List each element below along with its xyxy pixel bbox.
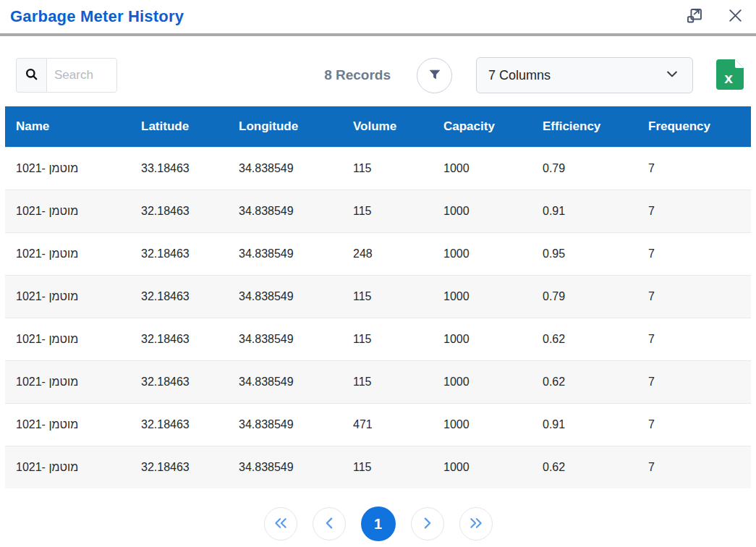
cell-efficiency: 0.95 (532, 232, 637, 275)
table-row[interactable]: 1021- מוטמן32.1846334.83854911510000.627 (5, 360, 751, 403)
filter-button[interactable] (417, 58, 452, 93)
cell-latitude: 32.18463 (130, 275, 228, 318)
excel-export-button[interactable]: x (715, 59, 744, 92)
table-row[interactable]: 1021- מוטמן32.1846334.83854947110000.917 (5, 403, 751, 446)
prev-page-button[interactable] (313, 507, 346, 540)
cell-capacity: 1000 (433, 275, 532, 318)
search-icon (25, 67, 38, 84)
page-title: Garbage Meter History (10, 7, 184, 26)
table-row[interactable]: 1021- מוטמן32.1846334.83854911510000.627 (5, 318, 751, 360)
cell-name: 1021- מוטמן (5, 147, 130, 190)
cell-capacity: 1000 (433, 318, 532, 360)
cell-volume: 115 (342, 446, 433, 488)
table-row[interactable]: 1021- מוטמן32.1846334.83854911510000.627 (5, 446, 751, 488)
table-row[interactable]: 1021- מוטמן32.1846334.83854911510000.797 (5, 275, 751, 318)
cell-efficiency: 0.91 (532, 403, 637, 446)
table-row[interactable]: 1021- מוטמן32.1846334.83854911510000.917 (5, 190, 751, 232)
double-chevron-right-icon (469, 517, 483, 532)
cell-name: 1021- מוטמן (5, 232, 130, 275)
pagination: 1 (0, 506, 756, 541)
column-header-longitude[interactable]: Longitude (228, 106, 342, 147)
title-divider (0, 33, 756, 36)
cell-latitude: 32.18463 (130, 318, 228, 360)
cell-capacity: 1000 (433, 403, 532, 446)
cell-efficiency: 0.62 (532, 446, 637, 488)
cell-latitude: 32.18463 (130, 190, 228, 232)
cell-volume: 471 (342, 403, 433, 446)
cell-frequency: 7 (637, 446, 751, 488)
cell-name: 1021- מוטמן (5, 190, 130, 232)
funnel-filter-icon (428, 67, 442, 84)
cell-volume: 248 (342, 232, 433, 275)
cell-longitude: 34.838549 (228, 360, 342, 403)
cell-frequency: 7 (637, 190, 751, 232)
last-page-button[interactable] (459, 507, 493, 540)
chevron-left-icon (324, 517, 334, 532)
chevron-right-icon (422, 517, 433, 532)
cell-latitude: 32.18463 (130, 403, 228, 446)
cell-efficiency: 0.62 (532, 318, 637, 360)
column-header-volume[interactable]: Volume (342, 106, 433, 147)
cell-capacity: 1000 (433, 147, 532, 190)
column-header-name[interactable]: Name (5, 106, 130, 147)
close-icon (726, 7, 744, 27)
cell-latitude: 32.18463 (130, 232, 228, 275)
cell-name: 1021- מוטמן (5, 403, 130, 446)
cell-volume: 115 (342, 318, 433, 360)
expand-window-button[interactable] (684, 4, 706, 29)
cell-volume: 115 (342, 360, 433, 403)
cell-name: 1021- מוטמן (5, 318, 130, 360)
table-header-row: NameLatitudeLongitudeVolumeCapacityEffic… (5, 106, 751, 147)
garbage-meter-table: NameLatitudeLongitudeVolumeCapacityEffic… (5, 106, 751, 488)
popout-expand-icon (685, 6, 705, 27)
cell-efficiency: 0.79 (532, 147, 637, 190)
cell-longitude: 34.838549 (228, 190, 342, 232)
double-chevron-left-icon (273, 517, 288, 532)
cell-latitude: 32.18463 (130, 446, 228, 488)
toolbar: 8 Records 7 Columns x (16, 57, 744, 93)
cell-capacity: 1000 (433, 232, 532, 275)
columns-selector[interactable]: 7 Columns (476, 57, 693, 93)
cell-frequency: 7 (637, 360, 751, 403)
cell-frequency: 7 (637, 275, 751, 318)
cell-longitude: 34.838549 (228, 232, 342, 275)
cell-name: 1021- מוטמן (5, 275, 130, 318)
cell-volume: 115 (342, 275, 433, 318)
cell-capacity: 1000 (433, 190, 532, 232)
cell-longitude: 34.838549 (228, 446, 342, 488)
cell-capacity: 1000 (433, 446, 532, 488)
column-header-capacity[interactable]: Capacity (433, 106, 532, 147)
excel-file-icon: x (715, 59, 744, 92)
cell-longitude: 34.838549 (228, 147, 342, 190)
columns-selector-value: 7 Columns (488, 68, 551, 83)
next-page-button[interactable] (411, 507, 444, 540)
cell-efficiency: 0.79 (532, 275, 637, 318)
table-body: 1021- מוטמן33.1846334.83854911510000.797… (5, 147, 751, 488)
table-row[interactable]: 1021- מוטמן32.1846334.83854924810000.957 (5, 232, 751, 275)
table-row[interactable]: 1021- מוטמן33.1846334.83854911510000.797 (5, 147, 751, 190)
first-page-button[interactable] (264, 507, 297, 540)
search-group (16, 58, 117, 93)
window-titlebar: Garbage Meter History (0, 0, 756, 33)
chevron-down-icon (665, 67, 679, 84)
cell-efficiency: 0.62 (532, 360, 637, 403)
current-page-button[interactable]: 1 (361, 506, 396, 541)
cell-longitude: 34.838549 (228, 318, 342, 360)
cell-name: 1021- מוטמן (5, 446, 130, 488)
column-header-efficiency[interactable]: Efficiency (532, 106, 637, 147)
cell-name: 1021- מוטמן (5, 360, 130, 403)
close-window-button[interactable] (725, 5, 746, 28)
cell-longitude: 34.838549 (228, 403, 342, 446)
search-input[interactable] (46, 58, 117, 93)
cell-frequency: 7 (637, 403, 751, 446)
cell-volume: 115 (342, 147, 433, 190)
cell-longitude: 34.838549 (228, 275, 342, 318)
cell-latitude: 33.18463 (130, 147, 228, 190)
records-count: 8 Records (324, 67, 391, 83)
cell-frequency: 7 (637, 232, 751, 275)
svg-text:x: x (724, 69, 733, 86)
column-header-latitude[interactable]: Latitude (130, 106, 228, 147)
search-icon-box (16, 58, 46, 93)
column-header-frequency[interactable]: Frequency (637, 106, 751, 147)
table-header: NameLatitudeLongitudeVolumeCapacityEffic… (5, 106, 751, 147)
